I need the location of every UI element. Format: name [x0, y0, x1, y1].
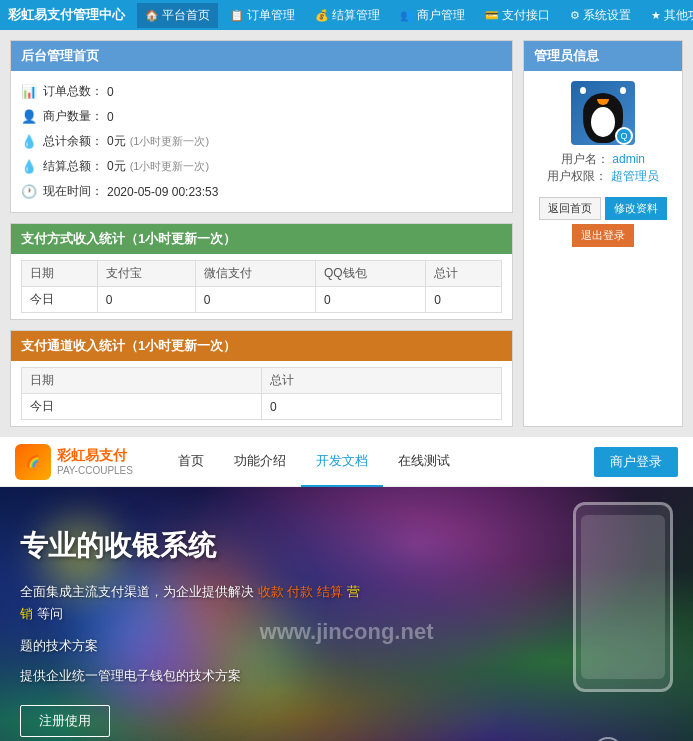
col-date: 日期 [22, 261, 98, 287]
site-logo: 🌈 [15, 444, 51, 480]
dashboard-header: 后台管理首页 [11, 41, 512, 71]
register-button[interactable]: 注册使用 [20, 705, 110, 737]
settlement-icon: 💰 [315, 9, 329, 22]
avatar-area: Q 用户名： admin 用户权限： 超管理员 [539, 71, 666, 191]
main-content: 后台管理首页 📊 订单总数： 0 👤 商户数量： 0 💧 总计余额： 0元 (1… [0, 30, 693, 437]
merchants-stat-icon: 👤 [21, 109, 37, 124]
ch-col-date: 日期 [22, 368, 262, 394]
stat-merchants: 👤 商户数量： 0 [21, 104, 502, 129]
channel-stats-header: 支付通道收入统计（1小时更新一次） [11, 331, 512, 361]
penguin-right-eye-icon [620, 87, 626, 94]
top-navigation: 彩虹易支付管理中心 🏠 平台首页 📋 订单管理 💰 结算管理 👥 商户管理 💳 … [0, 0, 693, 30]
channel-stats-body: 日期 总计 今日 0 [11, 361, 512, 426]
hero-desc-1: 全面集成主流支付渠道，为企业提供解决 收款 付款 结算 营销 等问 [20, 581, 370, 625]
nav-merchants[interactable]: 👥 商户管理 [392, 3, 473, 28]
nav-home[interactable]: 🏠 平台首页 [137, 3, 218, 28]
orders-stat-icon: 📊 [21, 84, 37, 99]
nav-settings[interactable]: ⚙ 系统设置 [562, 3, 639, 28]
admin-actions: 返回首页 修改资料 退出登录 [524, 191, 682, 253]
avatar-badge-icon: Q [615, 127, 633, 145]
orders-icon: 📋 [230, 9, 244, 22]
nav-orders[interactable]: 📋 订单管理 [222, 3, 303, 28]
stat-balance: 💧 总计余额： 0元 (1小时更新一次) [21, 129, 502, 154]
payment-stats-table: 日期 支付宝 微信支付 QQ钱包 总计 今日 0 0 0 [21, 260, 502, 313]
col-qq: QQ钱包 [315, 261, 425, 287]
username-row: 用户名： admin [547, 151, 658, 168]
col-alipay: 支付宝 [97, 261, 195, 287]
admin-panel: 管理员信息 Q 用户名： admin 用户权限： 超管理员 [523, 40, 683, 427]
hero-desc-3: 提供企业统一管理电子钱包的技术方案 [20, 667, 370, 685]
payment-stats-body: 日期 支付宝 微信支付 QQ钱包 总计 今日 0 0 0 [11, 254, 512, 319]
table-row: 今日 0 0 0 0 [22, 287, 502, 313]
phone-mockup [573, 502, 673, 692]
table-row: 今日 0 [22, 394, 502, 420]
time-stat-icon: 🕐 [21, 184, 37, 199]
other-icon: ★ [651, 9, 661, 22]
col-total: 总计 [426, 261, 502, 287]
penguin-belly-icon [591, 107, 615, 137]
dashboard-body: 📊 订单总数： 0 👤 商户数量： 0 💧 总计余额： 0元 (1小时更新一次)… [11, 71, 512, 212]
site-nav-features[interactable]: 功能介绍 [219, 437, 301, 487]
nav-settlement[interactable]: 💰 结算管理 [307, 3, 388, 28]
left-panel: 后台管理首页 📊 订单总数： 0 👤 商户数量： 0 💧 总计余额： 0元 (1… [10, 40, 513, 427]
ch-col-total: 总计 [262, 368, 502, 394]
penguin-left-eye-icon [580, 87, 586, 94]
brand-title: 彩虹易支付管理中心 [8, 6, 125, 24]
user-info: 用户名： admin 用户权限： 超管理员 [547, 151, 658, 185]
nav-other[interactable]: ★ 其他功能 [643, 3, 693, 28]
admin-panel-header: 管理员信息 [524, 41, 682, 71]
hero-title: 专业的收银系统 [20, 527, 370, 565]
phone-screen [581, 515, 665, 679]
userrole-row: 用户权限： 超管理员 [547, 168, 658, 185]
col-wechat: 微信支付 [195, 261, 315, 287]
payment-stats-header: 支付方式收入统计（1小时更新一次） [11, 224, 512, 254]
marketing-site: 🌈 彩虹易支付 PAY-CCOUPLES 首页 功能介绍 开发文档 在线测试 商… [0, 437, 693, 741]
hero-section: www.jincong.net 专业的收银系统 全面集成主流支付渠道，为企业提供… [0, 487, 693, 741]
site-nav-links: 首页 功能介绍 开发文档 在线测试 [163, 437, 574, 487]
balance-stat-icon: 💧 [21, 134, 37, 149]
avatar: Q [571, 81, 635, 145]
site-navigation: 🌈 彩虹易支付 PAY-CCOUPLES 首页 功能介绍 开发文档 在线测试 商… [0, 437, 693, 487]
stat-orders: 📊 订单总数： 0 [21, 79, 502, 104]
settings-icon: ⚙ [570, 9, 580, 22]
payment-icon: 💳 [485, 9, 499, 22]
site-brand: 🌈 彩虹易支付 PAY-CCOUPLES [15, 444, 133, 480]
stat-settlement: 💧 结算总额： 0元 (1小时更新一次) [21, 154, 502, 179]
stat-time: 🕐 现在时间： 2020-05-09 00:23:53 [21, 179, 502, 204]
hero-desc-2: 题的技术方案 [20, 635, 370, 657]
payment-stats-panel: 支付方式收入统计（1小时更新一次） 日期 支付宝 微信支付 QQ钱包 总计 [10, 223, 513, 320]
logout-button[interactable]: 退出登录 [572, 224, 634, 247]
edit-profile-button[interactable]: 修改资料 [605, 197, 667, 220]
site-nav-right: 商户登录 [594, 447, 678, 477]
site-nav-demo[interactable]: 在线测试 [383, 437, 465, 487]
merchants-icon: 👥 [400, 9, 414, 22]
merchant-login-button[interactable]: 商户登录 [594, 447, 678, 477]
dashboard-panel: 后台管理首页 📊 订单总数： 0 👤 商户数量： 0 💧 总计余额： 0元 (1… [10, 40, 513, 213]
site-nav-home[interactable]: 首页 [163, 437, 219, 487]
site-nav-docs[interactable]: 开发文档 [301, 437, 383, 487]
brand-text: 彩虹易支付 PAY-CCOUPLES [57, 447, 133, 476]
settlement-stat-icon: 💧 [21, 159, 37, 174]
channel-stats-panel: 支付通道收入统计（1小时更新一次） 日期 总计 今日 0 [10, 330, 513, 427]
hero-content: 专业的收银系统 全面集成主流支付渠道，为企业提供解决 收款 付款 结算 营销 等… [20, 527, 370, 737]
nav-payment[interactable]: 💳 支付接口 [477, 3, 558, 28]
home-icon: 🏠 [145, 9, 159, 22]
return-home-button[interactable]: 返回首页 [539, 197, 601, 220]
channel-stats-table: 日期 总计 今日 0 [21, 367, 502, 420]
